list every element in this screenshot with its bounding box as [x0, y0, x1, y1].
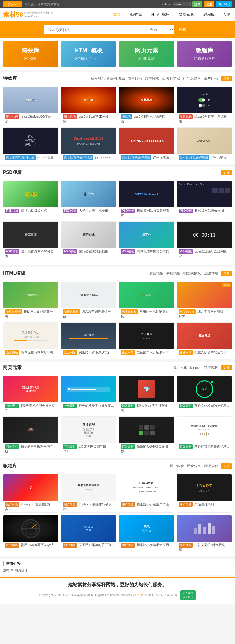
link-item-1[interactable]: 素材58 — [3, 568, 13, 572]
effects-item-3[interactable]: 火焰黑洞 源代码 css3模拟的火焰黑洞动画... — [119, 87, 174, 125]
effects-tab-text[interactable]: 文字特效 — [145, 76, 159, 81]
search-category-select[interactable]: 全部 特效库 HTML模板 网页元素 教程库 — [146, 25, 174, 34]
tutorial-item-6[interactable]: 用户体验 关于用户体验的若干问... — [61, 515, 116, 553]
effects-item-6[interactable]: Zephaniah 3:17MOVING PICTURE 提示框/浮动层/弹出层… — [61, 127, 116, 161]
top-bar-right: admin 登录 注册 QQ 10亿 — [162, 1, 232, 7]
tutorial-item-1[interactable]: 7 用户体验 Instagram漫度佳的初步... — [3, 474, 58, 513]
html-item-6[interactable]: 旅行摄影 企业网站 实用跨段跨版浮夕页行... — [61, 322, 116, 356]
tutorial-item-2[interactable]: 鼠标悬停动画事件 Company 用户体验 Flipboard的媒体行动设计..… — [61, 474, 116, 513]
psd-more-button[interactable]: 更多 — [221, 170, 232, 175]
psd-tag-2: PSD模板 — [63, 209, 77, 213]
nav-item-home[interactable]: 首页 — [109, 8, 126, 21]
nav-item-vip[interactable]: VIP — [219, 8, 235, 21]
psd-item-6[interactable]: 医疗企业 PSD模板 医疗企业浏览版模板 — [61, 221, 116, 260]
effects-more-button[interactable]: 更多 — [221, 76, 232, 81]
footer: 建站素材分享标杆网站，更好的为站长们服务。 Copyright © 2011-2… — [0, 577, 235, 604]
webyuan-item-4[interactable]: 导航 特效素材 蓝色立体发光的导航条... — [177, 376, 232, 414]
hero-box-html[interactable]: HTML模板 8个模板（html） — [61, 41, 116, 67]
effects-item-4[interactable]: Toggle On Off 图片代码 纯css3勾选美化复选按钮... — [177, 87, 232, 125]
html-desc-6: 实用跨段跨版浮夕页行... — [79, 350, 114, 354]
html-tab-enterprise[interactable]: 企业网站 — [204, 271, 218, 276]
psd-item-5[interactable]: 建工集团 PSD模板 建工集首页网PSD分层素... — [3, 221, 58, 260]
effects-item-2[interactable]: 3D书本 图片代码 css3炫风炫动3D书本翻... — [61, 87, 116, 125]
hero-box-effects[interactable]: 特效库 8个特效 — [3, 41, 58, 67]
effects-info-3: 源代码 css3模拟的火焰黑洞动画... — [119, 113, 174, 125]
effects-tab-popup[interactable]: 提示框/浮动层/弹出层 — [91, 76, 125, 81]
html-item-4[interactable]: SALE 响应式模板 综合零售网站商城APP... — [177, 282, 232, 320]
psd-item-7[interactable]: 扁平化 PSD模板 简单化炫屏网络公司网... — [119, 221, 174, 260]
effects-item-8[interactable]: CHECKOUT 提示框/浮动层/弹出层 jQuery响应... — [177, 127, 232, 161]
tutorial-item-3[interactable]: Clockwise Horizontal Vertical Both Count… — [119, 474, 174, 513]
search-input[interactable] — [44, 26, 146, 34]
html-tab-mobile[interactable]: 手机模板 — [166, 271, 180, 276]
html-item-5[interactable]: 这是最好的人 你好不好，好好 企业网站 简单优雅商城网站手机... — [3, 322, 58, 356]
psd-item-4[interactable]: Border Download Open PSD模板 机械类网站应效果图 — [177, 181, 232, 219]
link-item-2[interactable]: 网页设计 — [15, 568, 28, 572]
webyuan-item-3[interactable]: 💎 特效素材 5款立体炫感的网页导航... — [119, 376, 174, 414]
tutorial-tab-design[interactable]: 设计教程 — [204, 464, 218, 469]
psd-info-7: PSD模板 简单化炫屏网络公司网... — [119, 248, 174, 255]
tutorial-title: 教程库 — [3, 463, 17, 469]
tutorial-more-button[interactable]: 更多 — [221, 463, 232, 469]
nav-item-html[interactable]: HTML模板 — [147, 8, 174, 21]
effects-title: 特效库 — [3, 75, 17, 82]
psd-desc-1: 简洁风格极板站点 — [21, 209, 47, 212]
tutorial-thumb-2: 鼠标悬停动画事件 Company — [61, 474, 116, 501]
webyuan-item-5[interactable]: 🦇 特效素材 精美的网页版权份码导航... — [3, 416, 58, 455]
effects-tag-4: 图片代码 — [179, 114, 193, 119]
webyuan-item-2[interactable]: 特效素材 橙色的渐步下拉导航菜... — [61, 376, 116, 414]
logo-main-text: 素材58 — [3, 10, 23, 19]
html-item-2[interactable]: WEB个人网站 响应式模板 综合汽车销售保价平台... — [61, 282, 116, 320]
html-tab-admin[interactable]: 后台模板 — [149, 271, 163, 276]
html-more-button[interactable]: 更多 — [221, 271, 232, 276]
webyuan-tab-nav[interactable]: 导航素材 — [204, 365, 218, 370]
html-item-7[interactable]: 个人介绍Personal 企业网站 黑色的个人介绍展示手... — [119, 322, 174, 356]
effects-item-1[interactable]: MacOS 图片代码 js css3仿MacOS苹果系... — [3, 87, 58, 125]
effects-tab-tab[interactable]: 选项卡/滑动门 — [162, 76, 184, 81]
logo[interactable]: 素材58 网页设计师时省力素材库sucai58.com — [3, 10, 53, 19]
tutorial-item-5[interactable]: 用户体验 赏用CSS编写历法总结 — [3, 515, 58, 553]
psd-item-1[interactable]: 🐸🐸 PSD模板 简洁风格极板站点 — [3, 181, 58, 219]
tutorial-tab-experience[interactable]: 经验分享 — [187, 464, 201, 469]
webyuan-item-7[interactable]: 特效素材 简易的iOS手机页面图标... — [119, 416, 174, 455]
webyuan-more-button[interactable]: 更多 — [221, 365, 232, 370]
psd-item-3[interactable]: STEPS Dashboard PSD模板 机械类网站首页分层素材 — [119, 181, 174, 219]
nav-item-web[interactable]: 网页元素 — [174, 8, 199, 21]
tutorial-item-7[interactable]: 腾讯用户体验 用户体验 腾讯旋小发达用途应用... — [119, 515, 174, 553]
tutorial-item-8[interactable]: 用户体验 广告文案的4种类规则应... — [177, 515, 232, 553]
webyuan-thumb-8: Chillhop Lo-Fi Coffee Sunny nite... — [177, 417, 232, 443]
psd-item-8[interactable]: 00:00:11 PSD模板 蓝色企业医疗企业网页设... — [177, 221, 232, 260]
webyuan-desc-2: 橙色的渐步下拉导航菜... — [79, 404, 114, 407]
effects-thumb-3: 火焰黑洞 — [119, 87, 174, 113]
password-input[interactable] — [173, 2, 191, 6]
html-item-1[interactable]: 🛒 团购商城 响应式模板 拼团网上食品蔬菜手机... — [3, 282, 58, 320]
vip-button[interactable]: + 加入VIP — [3, 1, 22, 7]
search-button[interactable]: 搜索 — [174, 25, 191, 34]
effects-item-7[interactable]: TEN HOVER EFFECTS 提示框/浮动层/弹出层 jQuery炫面..… — [119, 127, 174, 161]
effects-tab-img[interactable]: 图片代码 — [204, 76, 218, 81]
tutorial-thumb-7: 腾讯用户体验 — [119, 515, 174, 542]
nav-item-effects[interactable]: 特效库 — [126, 8, 147, 21]
tutorial-item-4[interactable]: JOART DESIGN 用户体验 产品设计原则 — [177, 474, 232, 513]
register-button[interactable]: 注册 — [204, 1, 214, 7]
tutorial-tab-ux[interactable]: 用户体验 — [170, 464, 184, 469]
webyuan-tab-banner[interactable]: banner — [190, 366, 201, 370]
webyuan-tab-design[interactable]: 设计元素 — [173, 365, 187, 370]
html-item-3[interactable]: 🌿 农场 响应式模板 实用的手机讨论页面模... — [119, 282, 174, 320]
webyuan-item-1[interactable]: 就让我们飞升超越自我 特效素材 5款类美风格彩色异网页导... — [3, 376, 58, 414]
hero-box-web[interactable]: 网页元素 8PSD素材 — [119, 41, 174, 67]
html-item-8[interactable]: 赢在前线 企业网站 机械人矿训学院公司手... — [177, 322, 232, 356]
effects-tab-nav[interactable]: 导航菜单 — [187, 76, 201, 81]
psd-tag-5: PSD模板 — [5, 249, 19, 254]
login-button[interactable]: 登录 — [192, 1, 202, 7]
psd-item-2[interactable]: 📱 天气 PSD模板 大学生人选手机专辑 — [61, 181, 116, 219]
hero-box-tutorial[interactable]: 教程库 11篇教程文档 — [177, 41, 232, 67]
qq-button[interactable]: QQ 10亿 — [216, 1, 232, 7]
webyuan-item-8[interactable]: Chillhop Lo-Fi Coffee Sunny nite... 特效素材… — [177, 416, 232, 455]
tutorial-thumb-4: JOART DESIGN — [177, 474, 232, 501]
nav-item-tutorial[interactable]: 教程库 — [199, 8, 219, 21]
webyuan-item-6[interactable]: 多项选择 你怎么了？计划工作休息 特效素材 8款效美网页UI导航PSD... — [61, 416, 116, 455]
html-tab-responsive[interactable]: 响应式模板 — [183, 271, 201, 276]
effects-tab-form[interactable]: 表单代码 — [128, 76, 142, 81]
effects-item-5[interactable]: 首页关于我们产品中心 提示框/浮动层/弹出层 js css3镜像... — [3, 127, 58, 161]
